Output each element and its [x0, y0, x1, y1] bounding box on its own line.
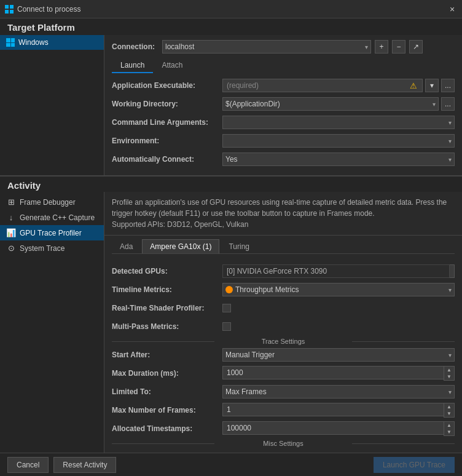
- sidebar-item-gpu-trace[interactable]: 📊 GPU Trace Profiler: [0, 225, 104, 240]
- limited-to-arrow: ▾: [448, 389, 452, 395]
- connection-value: localhost: [165, 42, 362, 51]
- tab-launch[interactable]: Launch: [112, 58, 153, 73]
- max-frames-row: Max Number of Frames: ▲ ▼: [112, 403, 455, 418]
- app-executable-input[interactable]: (required) ⚠: [222, 79, 423, 92]
- launch-gpu-trace-button[interactable]: Launch GPU Trace: [374, 457, 455, 473]
- connection-add-button[interactable]: +: [375, 40, 388, 54]
- env-row: Environment: ▾: [112, 133, 455, 148]
- max-frames-spinners: ▲ ▼: [444, 403, 455, 418]
- cancel-button[interactable]: Cancel: [7, 457, 49, 473]
- subtab-container: Ada Ampere GA10x (1) Turing: [104, 236, 462, 259]
- multi-pass-label: Multi-Pass Metrics:: [112, 322, 222, 331]
- timeline-metrics-dropdown[interactable]: Throughput Metrics ▾: [222, 283, 455, 296]
- titlebar-title: Connect to process: [17, 5, 444, 14]
- limited-to-dropdown[interactable]: Max Frames ▾: [222, 385, 455, 399]
- timeline-metrics-label: Timeline Metrics:: [112, 285, 222, 294]
- start-after-row: Start After: Manual Trigger ▾: [112, 347, 455, 362]
- subtab-turing[interactable]: Turing: [221, 239, 257, 253]
- platform-content: Connection: localhost ▾ + − ↗ Launch Att…: [104, 35, 462, 175]
- allocated-timestamps-row: Allocated Timestamps: ▲ ▼: [112, 421, 455, 436]
- connection-external-button[interactable]: ↗: [409, 40, 423, 54]
- settings-content: Detected GPUs: [0] NVIDIA GeForce RTX 30…: [104, 259, 462, 453]
- connection-arrow-icon: ▾: [365, 44, 368, 50]
- start-after-label: Start After:: [112, 351, 222, 359]
- activity-header: Activity: [0, 177, 462, 192]
- windows-label: Windows: [18, 38, 49, 47]
- max-frames-input[interactable]: [222, 403, 444, 416]
- max-frames-up[interactable]: ▲: [444, 403, 454, 410]
- activity-title: Activity: [7, 180, 41, 191]
- info-box: Profile an application's use of GPU reso…: [104, 192, 462, 236]
- close-button[interactable]: ×: [447, 4, 457, 14]
- tab-attach[interactable]: Attach: [153, 58, 191, 73]
- app-executable-browse-button[interactable]: ...: [441, 79, 455, 92]
- start-after-dropdown[interactable]: Manual Trigger ▾: [222, 348, 455, 362]
- auto-connect-text: Yes: [225, 155, 446, 164]
- sidebar-item-generate-capture[interactable]: ↓ Generate C++ Capture: [0, 210, 104, 225]
- titlebar: Connect to process ×: [0, 0, 462, 18]
- working-dir-label: Working Directory:: [112, 100, 222, 108]
- svg-rect-2: [5, 10, 9, 14]
- subtab-bar: Ada Ampere GA10x (1) Turing: [112, 239, 455, 254]
- allocated-timestamps-spinners: ▲ ▼: [444, 421, 455, 436]
- svg-rect-1: [10, 5, 14, 9]
- app-executable-value: (required) ⚠ ▾ ...: [222, 79, 455, 92]
- reset-activity-button[interactable]: Reset Activity: [53, 457, 116, 473]
- env-dropdown[interactable]: ▾: [222, 134, 455, 148]
- max-duration-row: Max Duration (ms): ▲ ▼: [112, 366, 455, 381]
- misc-settings-label: Misc Settings: [112, 440, 455, 447]
- cmd-args-value: ▾: [222, 116, 455, 129]
- warning-icon: ⚠: [410, 81, 417, 90]
- cmd-args-dropdown[interactable]: ▾: [222, 116, 455, 129]
- platform-sidebar: Windows: [0, 35, 104, 175]
- max-duration-down[interactable]: ▼: [444, 373, 454, 380]
- allocated-timestamps-down[interactable]: ▼: [444, 429, 454, 435]
- detected-gpus-label: Detected GPUs:: [112, 267, 222, 276]
- target-platform-section: Target Platform Windows Connection: loca…: [0, 18, 462, 177]
- max-duration-spinners: ▲ ▼: [444, 366, 455, 381]
- svg-rect-3: [10, 10, 14, 14]
- auto-connect-arrow: ▾: [448, 156, 452, 163]
- connection-dropdown[interactable]: localhost ▾: [162, 40, 371, 54]
- max-duration-up[interactable]: ▲: [444, 367, 454, 373]
- windows-icon: [6, 38, 15, 47]
- working-dir-browse-button[interactable]: ...: [441, 97, 455, 111]
- activity-content: Profile an application's use of GPU reso…: [104, 192, 462, 453]
- max-duration-input[interactable]: [222, 366, 444, 379]
- multi-pass-checkbox[interactable]: [222, 322, 231, 331]
- shader-profiler-value: [222, 304, 455, 312]
- shader-profiler-checkbox[interactable]: [222, 304, 231, 312]
- bottom-bar: Cancel Reset Activity Launch GPU Trace: [0, 453, 462, 476]
- sidebar-item-windows[interactable]: Windows: [0, 35, 104, 50]
- multi-pass-row: Multi-Pass Metrics:: [112, 319, 455, 334]
- allocated-timestamps-up[interactable]: ▲: [444, 422, 454, 429]
- system-trace-icon: ⊙: [6, 244, 16, 253]
- sidebar-item-system-trace[interactable]: ⊙ System Trace: [0, 240, 104, 256]
- max-frames-down[interactable]: ▼: [444, 410, 454, 417]
- auto-connect-dropdown[interactable]: Yes ▾: [222, 153, 455, 166]
- timeline-metrics-row: Timeline Metrics: Throughput Metrics ▾: [112, 282, 455, 297]
- max-duration-label: Max Duration (ms):: [112, 369, 222, 378]
- subtab-ampere[interactable]: Ampere GA10x (1): [142, 239, 219, 253]
- max-frames-label: Max Number of Frames:: [112, 406, 222, 415]
- detected-gpus-value: [0] NVIDIA GeForce RTX 3090: [222, 264, 450, 278]
- connection-row: Connection: localhost ▾ + − ↗: [112, 40, 455, 54]
- subtab-ada[interactable]: Ada: [112, 239, 141, 253]
- app-executable-dropdown-btn[interactable]: ▾: [425, 79, 439, 92]
- generate-capture-icon: ↓: [6, 213, 16, 222]
- env-value: ▾: [222, 134, 455, 148]
- connection-remove-button[interactable]: −: [392, 40, 405, 54]
- target-platform-title: Target Platform: [7, 22, 75, 33]
- start-after-arrow: ▾: [448, 352, 452, 359]
- svg-rect-0: [5, 5, 9, 9]
- detected-gpus-scroll[interactable]: [450, 264, 455, 278]
- main-container: Target Platform Windows Connection: loca…: [0, 18, 462, 476]
- shader-profiler-row: Real-Time Shader Profiler:: [112, 301, 455, 315]
- working-dir-text: $(ApplicationDir): [225, 100, 430, 108]
- working-dir-dropdown[interactable]: $(ApplicationDir) ▾: [222, 97, 439, 111]
- trace-settings-label: Trace Settings: [112, 338, 455, 345]
- sidebar-item-frame-debugger[interactable]: ⊞ Frame Debugger: [0, 194, 104, 210]
- allocated-timestamps-input[interactable]: [222, 421, 444, 435]
- cmd-args-label: Command Line Arguments:: [112, 118, 222, 127]
- cmd-args-row: Command Line Arguments: ▾: [112, 115, 455, 130]
